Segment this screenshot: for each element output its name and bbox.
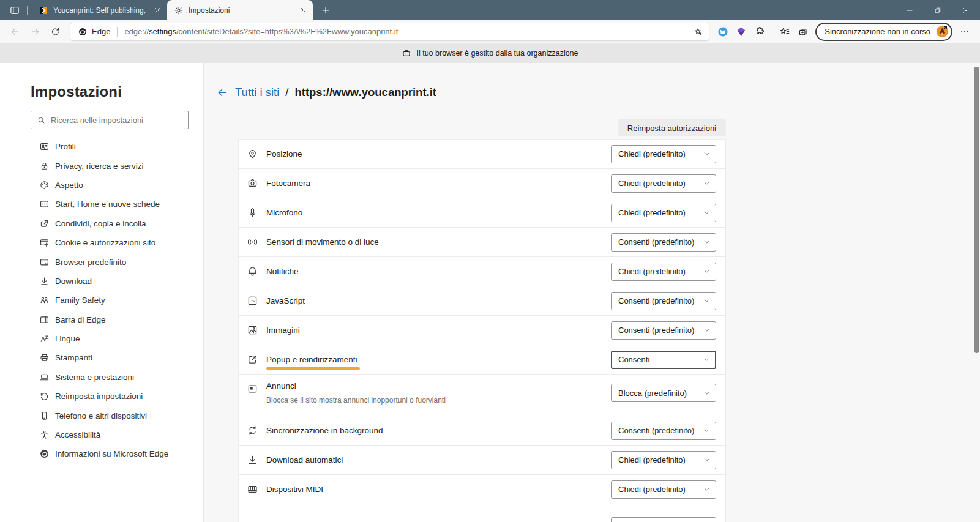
permission-row: Posizione Chiedi (predefinito) bbox=[239, 140, 725, 169]
reset-permissions-row: Reimposta autorizzazioni bbox=[238, 119, 726, 136]
permission-dropdown[interactable]: Consenti (predefinito) bbox=[611, 321, 716, 340]
reload-icon bbox=[50, 27, 61, 37]
reset-permissions-button[interactable]: Reimposta autorizzazioni bbox=[618, 119, 726, 136]
forward-button[interactable] bbox=[25, 23, 45, 41]
sidebar-item[interactable]: Sistema e prestazioni bbox=[0, 368, 203, 387]
permission-dropdown[interactable]: Chiedi (predefinito) bbox=[611, 145, 716, 163]
collections-button[interactable] bbox=[794, 23, 812, 41]
sidebar-item[interactable]: Download bbox=[0, 272, 203, 291]
sidebar-item[interactable]: Browser predefinito bbox=[0, 252, 203, 271]
extension-icon bbox=[717, 26, 729, 38]
sidebar-item[interactable]: Reimposta impostazioni bbox=[0, 387, 203, 406]
tab-favicon bbox=[39, 6, 48, 15]
edge-browser-window: Youcanprint: Self publishing, pub Impost… bbox=[0, 0, 980, 522]
permission-label: JavaScript bbox=[266, 296, 305, 305]
permissions-card: Posizione Chiedi (predefinito) Fotocamer… bbox=[238, 139, 726, 522]
site-identity[interactable]: Edge bbox=[78, 27, 110, 37]
settings-page: Impostazioni Profili Privacy, ricerca e … bbox=[0, 63, 980, 522]
sidebar-item[interactable]: Family Safety bbox=[0, 291, 203, 310]
sidebar-item-icon bbox=[39, 295, 50, 305]
favorites-button[interactable] bbox=[776, 23, 794, 41]
window-control-button[interactable] bbox=[952, 0, 980, 20]
back-button[interactable] bbox=[5, 23, 25, 41]
sidebar-item-icon bbox=[39, 257, 50, 267]
sidebar-item[interactable]: Telefono e altri dispositivi bbox=[0, 406, 203, 425]
search-input[interactable] bbox=[51, 116, 182, 125]
reload-button[interactable] bbox=[45, 23, 65, 41]
sidebar-item-label: Accessibilità bbox=[55, 430, 100, 439]
permission-dropdown[interactable]: Chiedi (predefinito) bbox=[611, 174, 716, 193]
settings-sidebar: Impostazioni Profili Privacy, ricerca e … bbox=[0, 63, 204, 522]
permission-dropdown[interactable]: Consenti bbox=[611, 351, 716, 369]
permission-dropdown[interactable]: Chiedi (predefinito) bbox=[611, 263, 716, 281]
close-icon[interactable] bbox=[299, 6, 308, 15]
extension-button[interactable] bbox=[750, 23, 769, 41]
close-icon[interactable] bbox=[153, 6, 162, 15]
sidebar-item-icon bbox=[39, 276, 50, 286]
permission-dropdown[interactable]: Chiedi (predefinito) bbox=[611, 204, 716, 222]
permission-label: Popup e reindirizzamenti bbox=[266, 355, 357, 364]
sidebar-item[interactable]: Barra di Edge bbox=[0, 310, 203, 329]
sidebar-item-icon bbox=[39, 218, 50, 229]
permission-text: Annunci Blocca se il sito mostra annunci… bbox=[266, 381, 446, 405]
permission-icon bbox=[247, 483, 258, 495]
page-title: Impostazioni bbox=[31, 83, 203, 100]
browser-tab[interactable]: Youcanprint: Self publishing, pub bbox=[32, 0, 167, 20]
permission-value: Chiedi (predefinito) bbox=[618, 149, 686, 158]
new-tab-button[interactable] bbox=[318, 2, 334, 18]
permission-dropdown[interactable]: Chiedi (predefinito) bbox=[611, 451, 716, 469]
window-control-button[interactable] bbox=[896, 0, 924, 20]
collections-icon bbox=[798, 26, 809, 37]
managed-browser-notice: Il tuo browser è gestito dalla tua organ… bbox=[0, 43, 980, 63]
back-arrow-icon bbox=[9, 27, 21, 37]
permission-label: Notifiche bbox=[266, 267, 299, 276]
permission-dropdown[interactable]: Blocca (predefinito) bbox=[611, 384, 716, 402]
sidebar-item[interactable]: Lingue bbox=[0, 329, 203, 348]
tab-panel-icon bbox=[9, 5, 20, 16]
permission-dropdown[interactable]: Chiedi (predefinito) bbox=[611, 480, 716, 499]
tab-actions-menu-button[interactable] bbox=[7, 2, 23, 18]
sidebar-item[interactable]: Condividi, copia e incolla bbox=[0, 214, 203, 233]
sidebar-item[interactable]: Privacy, ricerca e servizi bbox=[0, 156, 203, 175]
back-arrow-icon[interactable] bbox=[216, 86, 229, 99]
permission-dropdown[interactable]: Consenti (predefinito) bbox=[611, 292, 716, 310]
sidebar-item-label: Cookie e autorizzazioni sito bbox=[55, 238, 155, 247]
breadcrumb-separator: / bbox=[285, 86, 288, 99]
breadcrumb: Tutti i siti / https://www.youcanprint.i… bbox=[216, 86, 436, 99]
permission-icon: JS bbox=[247, 295, 258, 307]
extension-button[interactable] bbox=[714, 23, 732, 41]
sidebar-item[interactable]: Accessibilità bbox=[0, 425, 203, 444]
sidebar-item[interactable]: Cookie e autorizzazioni sito bbox=[0, 233, 203, 252]
window-control-button[interactable] bbox=[924, 0, 952, 20]
sidebar-item-icon bbox=[39, 161, 50, 171]
sidebar-item[interactable]: Informazioni su Microsoft Edge bbox=[0, 444, 203, 463]
sidebar-item[interactable]: Profili bbox=[0, 137, 203, 156]
sidebar-item[interactable]: Stampanti bbox=[0, 348, 203, 367]
permission-dropdown[interactable]: Consenti (predefinito) bbox=[611, 422, 716, 440]
extension-button[interactable] bbox=[732, 23, 750, 41]
sidebar-item[interactable]: Start, Home e nuove schede bbox=[0, 195, 203, 214]
permission-label: Annunci bbox=[266, 381, 296, 390]
settings-search-box[interactable] bbox=[31, 111, 189, 129]
permission-label: Sensori di movimento o di luce bbox=[266, 237, 379, 247]
sync-status-label: Sincronizzazione non in corso bbox=[825, 27, 930, 36]
permission-row: Fotocamera Chiedi (predefinito) bbox=[239, 169, 725, 198]
edge-logo-icon bbox=[78, 27, 88, 37]
permission-dropdown[interactable] bbox=[611, 517, 716, 522]
settings-menu-button[interactable] bbox=[956, 23, 974, 41]
chevron-down-icon bbox=[703, 356, 711, 364]
sidebar-item-label: Profili bbox=[55, 142, 76, 151]
breadcrumb-all-sites-link[interactable]: Tutti i siti bbox=[235, 86, 279, 99]
sidebar-item-icon bbox=[39, 180, 50, 190]
address-bar[interactable]: Edge edge://settings/content/siteDetails… bbox=[70, 23, 709, 41]
add-favorite-button[interactable] bbox=[690, 24, 706, 40]
browser-tab[interactable]: Impostazioni bbox=[167, 0, 313, 20]
permission-dropdown[interactable]: Consenti (predefinito) bbox=[611, 233, 716, 252]
url-text[interactable]: edge://settings/content/siteDetails?site… bbox=[124, 27, 687, 36]
sync-status-button[interactable]: Sincronizzazione non in corso bbox=[815, 23, 952, 41]
permission-sublabel: Blocca se il sito mostra annunci inoppor… bbox=[266, 396, 446, 405]
sidebar-item-label: Condividi, copia e incolla bbox=[55, 219, 146, 228]
sidebar-item[interactable]: Aspetto bbox=[0, 176, 203, 195]
vertical-scrollbar-thumb[interactable] bbox=[974, 67, 979, 353]
briefcase-icon bbox=[402, 48, 411, 58]
